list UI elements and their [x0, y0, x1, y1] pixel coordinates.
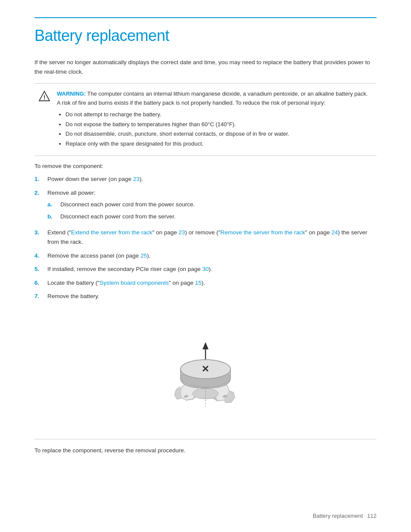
warning-box: ! WARNING: The computer contains an inte…: [34, 83, 377, 156]
step-7-number: 7.: [34, 292, 43, 301]
step-6-number: 6.: [34, 278, 43, 288]
step-6-link[interactable]: System board components: [100, 280, 169, 286]
step-3-link1-page[interactable]: 23: [179, 229, 185, 236]
battery-illustration-container: ×: [34, 314, 377, 426]
step-2-sub-steps: a. Disconnect each power cord from the p…: [47, 200, 377, 221]
svg-text:!: !: [44, 94, 46, 101]
sub-step-2b: b. Disconnect each power cord from the s…: [47, 212, 377, 221]
sub-step-2a-text: Disconnect each power cord from the powe…: [60, 200, 195, 209]
step-5-text-after: ).: [209, 266, 212, 272]
step-4-content: Remove the access panel (on page 25).: [47, 251, 377, 261]
page-title: Battery replacement: [34, 27, 377, 45]
step-3-number: 3.: [34, 228, 43, 246]
step-5-content: If installed, remove the secondary PCIe …: [47, 264, 377, 274]
step-4-text-before: Remove the access panel (on page: [47, 252, 140, 259]
step-5-link[interactable]: 30: [202, 266, 209, 272]
warning-bullet-3: Do not disassemble, crush, puncture, sho…: [65, 130, 372, 139]
step-3: 3. Extend ("Extend the server from the r…: [34, 228, 377, 246]
warning-content: WARNING: The computer contains an intern…: [57, 90, 372, 149]
svg-marker-9: [202, 342, 209, 349]
step-3-middle2: ) or remove (": [185, 229, 221, 236]
page-footer: Battery replacement 112: [313, 513, 377, 519]
footer-text: To replace the component, reverse the re…: [34, 447, 377, 454]
sub-step-2b-letter: b.: [47, 212, 56, 221]
sub-step-2b-text: Disconnect each power cord from the serv…: [60, 212, 176, 221]
step-2-number: 2.: [34, 188, 43, 224]
footer-divider: [34, 439, 377, 439]
step-3-link1[interactable]: Extend the server from the rack: [71, 229, 152, 236]
steps-list: 1. Power down the server (on page 23). 2…: [34, 174, 377, 301]
step-2-content: Remove all power: a. Disconnect each pow…: [47, 188, 377, 224]
step-1-text-before: Power down the server (on page: [47, 176, 133, 182]
battery-illustration: ×: [145, 314, 266, 426]
step-7: 7. Remove the battery.: [34, 292, 377, 301]
step-3-text-before: Extend (": [47, 229, 71, 236]
step-6-text-before: Locate the battery (": [47, 280, 100, 286]
step-6-link-page[interactable]: 15: [195, 280, 202, 286]
step-2-text: Remove all power:: [47, 190, 96, 196]
page-container: Battery replacement If the server no lon…: [0, 0, 411, 532]
warning-bullet-2: Do not expose the battery to temperature…: [65, 120, 372, 129]
sub-step-2a-letter: a.: [47, 200, 56, 209]
step-1-content: Power down the server (on page 23).: [47, 174, 377, 184]
warning-bullets: Do not attempt to recharge the battery. …: [65, 110, 372, 149]
remove-heading: To remove the component:: [34, 163, 377, 169]
warning-bullet-1: Do not attempt to recharge the battery.: [65, 110, 372, 119]
warning-label: WARNING:: [57, 90, 86, 97]
step-1-link[interactable]: 23: [133, 176, 140, 182]
step-1-number: 1.: [34, 174, 43, 184]
step-4-number: 4.: [34, 251, 43, 261]
top-rule: [34, 17, 377, 18]
warning-icon: !: [39, 90, 51, 149]
step-5-text-before: If installed, remove the secondary PCIe …: [47, 266, 202, 272]
step-2: 2. Remove all power: a. Disconnect each …: [34, 188, 377, 224]
step-1: 1. Power down the server (on page 23).: [34, 174, 377, 184]
step-3-middle3: " on page: [305, 229, 331, 236]
step-3-middle: " on page: [152, 229, 178, 236]
step-3-link2[interactable]: Remove the server from the rack: [221, 229, 305, 236]
warning-text: The computer contains an internal lithiu…: [57, 90, 368, 106]
step-5-number: 5.: [34, 264, 43, 274]
step-3-link2-page[interactable]: 24: [331, 229, 338, 236]
step-4-text-after: ).: [147, 252, 150, 259]
intro-paragraph: If the server no longer automatically di…: [34, 58, 377, 76]
warning-bullet-4: Replace only with the spare designated f…: [65, 140, 372, 149]
step-3-content: Extend ("Extend the server from the rack…: [47, 228, 377, 246]
footer-label: Battery replacement: [313, 513, 363, 519]
step-6-end: ).: [202, 280, 205, 286]
svg-text:×: ×: [202, 362, 209, 375]
step-1-text-after: ).: [140, 176, 143, 182]
step-7-content: Remove the battery.: [47, 292, 377, 301]
step-5: 5. If installed, remove the secondary PC…: [34, 264, 377, 274]
step-4: 4. Remove the access panel (on page 25).: [34, 251, 377, 261]
step-6: 6. Locate the battery ("System board com…: [34, 278, 377, 288]
sub-step-2a: a. Disconnect each power cord from the p…: [47, 200, 377, 209]
step-6-content: Locate the battery ("System board compon…: [47, 278, 377, 288]
footer-page-number: 112: [367, 513, 377, 519]
step-4-link[interactable]: 25: [140, 252, 147, 259]
step-7-text: Remove the battery.: [47, 293, 100, 299]
step-6-text-after: " on page: [169, 280, 195, 286]
